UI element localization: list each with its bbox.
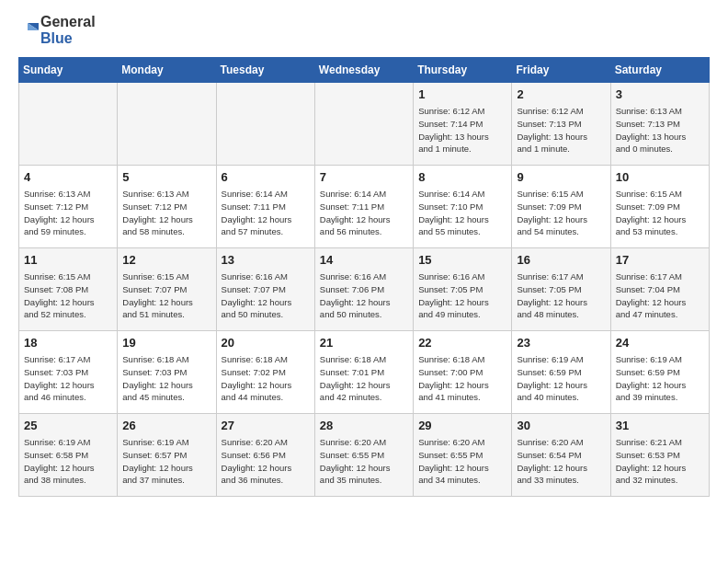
calendar-cell: 20Sunrise: 6:18 AM Sunset: 7:02 PM Dayli…	[216, 330, 314, 413]
day-number: 7	[320, 169, 408, 186]
day-info: Sunrise: 6:20 AM Sunset: 6:56 PM Dayligh…	[222, 436, 310, 487]
calendar-week-row: 1Sunrise: 6:12 AM Sunset: 7:14 PM Daylig…	[19, 82, 710, 165]
day-info: Sunrise: 6:13 AM Sunset: 7:12 PM Dayligh…	[122, 188, 210, 238]
logo: General Blue	[18, 14, 96, 48]
weekday-header-saturday: Saturday	[610, 57, 709, 82]
day-info: Sunrise: 6:18 AM Sunset: 7:02 PM Dayligh…	[222, 353, 310, 404]
day-info: Sunrise: 6:20 AM Sunset: 6:54 PM Dayligh…	[517, 436, 605, 487]
day-number: 9	[517, 169, 605, 186]
day-info: Sunrise: 6:13 AM Sunset: 7:12 PM Dayligh…	[24, 188, 112, 238]
day-number: 3	[616, 86, 704, 103]
calendar-cell: 16Sunrise: 6:17 AM Sunset: 7:05 PM Dayli…	[512, 247, 610, 330]
day-number: 28	[320, 418, 408, 434]
day-info: Sunrise: 6:12 AM Sunset: 7:14 PM Dayligh…	[418, 105, 506, 155]
day-number: 31	[616, 418, 704, 434]
weekday-header-sunday: Sunday	[19, 57, 118, 82]
day-info: Sunrise: 6:16 AM Sunset: 7:06 PM Dayligh…	[320, 270, 408, 321]
calendar-cell	[19, 82, 118, 165]
day-number: 16	[517, 252, 605, 269]
calendar-cell: 3Sunrise: 6:13 AM Sunset: 7:13 PM Daylig…	[610, 82, 709, 165]
day-info: Sunrise: 6:15 AM Sunset: 7:07 PM Dayligh…	[122, 270, 210, 321]
calendar-cell: 23Sunrise: 6:19 AM Sunset: 6:59 PM Dayli…	[512, 330, 610, 413]
day-info: Sunrise: 6:15 AM Sunset: 7:09 PM Dayligh…	[517, 188, 605, 238]
day-number: 25	[24, 418, 112, 434]
day-number: 10	[616, 169, 704, 186]
day-number: 8	[418, 169, 506, 186]
calendar-cell: 27Sunrise: 6:20 AM Sunset: 6:56 PM Dayli…	[216, 413, 314, 496]
calendar-cell: 28Sunrise: 6:20 AM Sunset: 6:55 PM Dayli…	[314, 413, 413, 496]
day-number: 13	[222, 252, 310, 269]
calendar-week-row: 4Sunrise: 6:13 AM Sunset: 7:12 PM Daylig…	[19, 165, 710, 247]
day-number: 29	[418, 418, 506, 434]
calendar-cell: 18Sunrise: 6:17 AM Sunset: 7:03 PM Dayli…	[19, 330, 118, 413]
day-info: Sunrise: 6:14 AM Sunset: 7:11 PM Dayligh…	[320, 188, 408, 238]
day-info: Sunrise: 6:20 AM Sunset: 6:55 PM Dayligh…	[418, 436, 506, 487]
day-number: 14	[320, 252, 408, 269]
day-info: Sunrise: 6:16 AM Sunset: 7:05 PM Dayligh…	[418, 270, 506, 321]
calendar-cell: 14Sunrise: 6:16 AM Sunset: 7:06 PM Dayli…	[314, 247, 413, 330]
day-info: Sunrise: 6:13 AM Sunset: 7:13 PM Dayligh…	[616, 105, 704, 155]
day-number: 17	[616, 252, 704, 269]
calendar-cell: 10Sunrise: 6:15 AM Sunset: 7:09 PM Dayli…	[610, 165, 709, 247]
calendar-week-row: 18Sunrise: 6:17 AM Sunset: 7:03 PM Dayli…	[19, 330, 710, 413]
calendar-cell	[314, 82, 413, 165]
day-info: Sunrise: 6:17 AM Sunset: 7:04 PM Dayligh…	[616, 270, 704, 321]
day-info: Sunrise: 6:21 AM Sunset: 6:53 PM Dayligh…	[616, 436, 704, 487]
calendar-cell	[118, 82, 216, 165]
weekday-header-thursday: Thursday	[414, 57, 512, 82]
day-number: 20	[222, 335, 310, 351]
calendar-cell: 8Sunrise: 6:14 AM Sunset: 7:10 PM Daylig…	[414, 165, 512, 247]
calendar-cell: 29Sunrise: 6:20 AM Sunset: 6:55 PM Dayli…	[414, 413, 512, 496]
calendar-cell: 5Sunrise: 6:13 AM Sunset: 7:12 PM Daylig…	[118, 165, 216, 247]
day-number: 6	[222, 169, 310, 186]
day-info: Sunrise: 6:14 AM Sunset: 7:11 PM Dayligh…	[222, 188, 310, 238]
day-info: Sunrise: 6:18 AM Sunset: 7:01 PM Dayligh…	[320, 353, 408, 404]
day-number: 19	[122, 335, 210, 351]
weekday-header-tuesday: Tuesday	[216, 57, 314, 82]
day-info: Sunrise: 6:18 AM Sunset: 7:03 PM Dayligh…	[122, 353, 210, 404]
weekday-header-row: SundayMondayTuesdayWednesdayThursdayFrid…	[19, 57, 710, 82]
calendar-cell: 19Sunrise: 6:18 AM Sunset: 7:03 PM Dayli…	[118, 330, 216, 413]
day-number: 27	[222, 418, 310, 434]
calendar-cell: 31Sunrise: 6:21 AM Sunset: 6:53 PM Dayli…	[610, 413, 709, 496]
day-info: Sunrise: 6:17 AM Sunset: 7:05 PM Dayligh…	[517, 270, 605, 321]
day-info: Sunrise: 6:19 AM Sunset: 6:59 PM Dayligh…	[517, 353, 605, 404]
day-number: 21	[320, 335, 408, 351]
calendar-cell: 6Sunrise: 6:14 AM Sunset: 7:11 PM Daylig…	[216, 165, 314, 247]
day-info: Sunrise: 6:14 AM Sunset: 7:10 PM Dayligh…	[418, 188, 506, 238]
calendar-cell: 25Sunrise: 6:19 AM Sunset: 6:58 PM Dayli…	[19, 413, 118, 496]
day-info: Sunrise: 6:17 AM Sunset: 7:03 PM Dayligh…	[24, 353, 112, 404]
calendar-cell: 2Sunrise: 6:12 AM Sunset: 7:13 PM Daylig…	[512, 82, 610, 165]
day-number: 23	[517, 335, 605, 351]
logo-bird-icon	[18, 16, 39, 45]
day-number: 4	[24, 169, 112, 186]
calendar-cell: 21Sunrise: 6:18 AM Sunset: 7:01 PM Dayli…	[314, 330, 413, 413]
day-number: 18	[24, 335, 112, 351]
day-info: Sunrise: 6:15 AM Sunset: 7:08 PM Dayligh…	[24, 270, 112, 321]
day-number: 26	[122, 418, 210, 434]
day-info: Sunrise: 6:12 AM Sunset: 7:13 PM Dayligh…	[517, 105, 605, 155]
calendar-cell: 1Sunrise: 6:12 AM Sunset: 7:14 PM Daylig…	[414, 82, 512, 165]
weekday-header-wednesday: Wednesday	[314, 57, 413, 82]
day-info: Sunrise: 6:19 AM Sunset: 6:57 PM Dayligh…	[122, 436, 210, 487]
day-info: Sunrise: 6:15 AM Sunset: 7:09 PM Dayligh…	[616, 188, 704, 238]
calendar-cell: 17Sunrise: 6:17 AM Sunset: 7:04 PM Dayli…	[610, 247, 709, 330]
calendar-cell: 7Sunrise: 6:14 AM Sunset: 7:11 PM Daylig…	[314, 165, 413, 247]
logo-general: General	[40, 14, 96, 30]
weekday-header-friday: Friday	[512, 57, 610, 82]
day-info: Sunrise: 6:19 AM Sunset: 6:59 PM Dayligh…	[616, 353, 704, 404]
weekday-header-monday: Monday	[118, 57, 216, 82]
calendar-cell: 26Sunrise: 6:19 AM Sunset: 6:57 PM Dayli…	[118, 413, 216, 496]
calendar-table: SundayMondayTuesdayWednesdayThursdayFrid…	[18, 57, 710, 497]
day-info: Sunrise: 6:19 AM Sunset: 6:58 PM Dayligh…	[24, 436, 112, 487]
calendar-cell: 15Sunrise: 6:16 AM Sunset: 7:05 PM Dayli…	[414, 247, 512, 330]
calendar-cell: 22Sunrise: 6:18 AM Sunset: 7:00 PM Dayli…	[414, 330, 512, 413]
logo-container: General Blue	[18, 14, 96, 48]
calendar-week-row: 25Sunrise: 6:19 AM Sunset: 6:58 PM Dayli…	[19, 413, 710, 496]
day-number: 1	[418, 86, 506, 103]
calendar-cell: 24Sunrise: 6:19 AM Sunset: 6:59 PM Dayli…	[610, 330, 709, 413]
day-info: Sunrise: 6:18 AM Sunset: 7:00 PM Dayligh…	[418, 353, 506, 404]
calendar-cell	[216, 82, 314, 165]
day-number: 2	[517, 86, 605, 103]
calendar-cell: 30Sunrise: 6:20 AM Sunset: 6:54 PM Dayli…	[512, 413, 610, 496]
